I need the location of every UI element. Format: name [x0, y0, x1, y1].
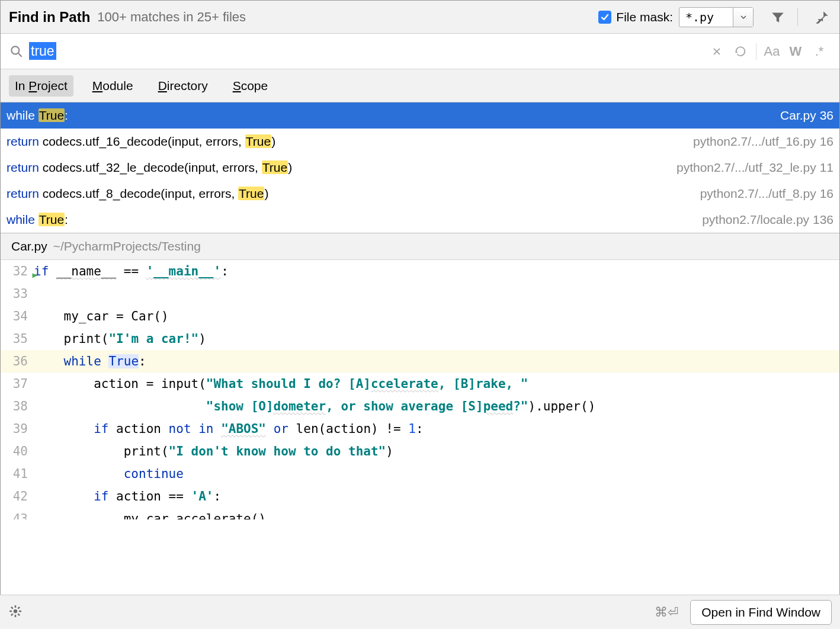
- file-mask-select[interactable]: *.py: [679, 7, 754, 27]
- svg-line-9: [11, 614, 13, 615]
- result-row[interactable]: return codecs.utf_32_le_decode(input, er…: [1, 155, 839, 181]
- history-icon[interactable]: [729, 40, 752, 63]
- file-mask-checkbox[interactable]: [598, 11, 611, 24]
- code-line: 37 action = input("What should I do? [A]…: [1, 373, 839, 395]
- dialog-title: Find in Path: [9, 9, 90, 25]
- code-line: 35 print("I'm a car!"): [1, 328, 839, 350]
- chevron-down-icon[interactable]: [733, 8, 753, 27]
- results-list: while True:Car.py 36return codecs.utf_16…: [1, 102, 839, 233]
- gear-icon[interactable]: [8, 604, 23, 620]
- footer-bar: ⌘⏎ Open in Find Window: [0, 595, 840, 629]
- match-case-toggle[interactable]: Aa: [760, 40, 784, 63]
- code-line: 39 if action not in "ABOS" or len(action…: [1, 418, 839, 440]
- scope-tab-module[interactable]: Module: [86, 75, 139, 97]
- code-line: 40 print("I don't know how to do that"): [1, 440, 839, 463]
- shortcut-hint: ⌘⏎: [655, 605, 678, 620]
- result-row[interactable]: return codecs.utf_16_decode(input, error…: [1, 129, 839, 155]
- result-row[interactable]: while True:Car.py 36: [1, 102, 839, 129]
- result-row[interactable]: while True:python2.7/locale.py 136: [1, 207, 839, 233]
- svg-line-8: [18, 614, 20, 615]
- code-line: 42 if action == 'A':: [1, 485, 839, 508]
- clear-icon[interactable]: [705, 40, 729, 63]
- scope-tab-directory[interactable]: Directory: [152, 75, 214, 97]
- code-line: 32▶if __name__ == '__main__':: [1, 260, 839, 283]
- code-line: 33: [1, 283, 839, 305]
- file-mask-value: *.py: [679, 8, 733, 27]
- svg-line-10: [18, 607, 20, 609]
- code-line: 43 my_car.accelerate(): [1, 508, 839, 519]
- code-line: 36 while True:: [1, 350, 839, 373]
- code-line: 41 continue: [1, 463, 839, 485]
- words-toggle[interactable]: W: [784, 40, 807, 63]
- file-mask-label: File mask:: [616, 10, 673, 24]
- preview-header: Car.py ~/PycharmProjects/Testing: [1, 233, 839, 260]
- search-input[interactable]: true: [24, 41, 705, 62]
- svg-line-1: [18, 53, 21, 56]
- svg-point-0: [11, 46, 19, 54]
- code-line: 38 "show [O]dometer, or show average [S]…: [1, 395, 839, 418]
- regex-toggle[interactable]: .*: [807, 40, 831, 63]
- code-line: 34 my_car = Car(): [1, 305, 839, 328]
- scope-tab-project[interactable]: In Project: [9, 75, 73, 97]
- match-count: 100+ matches in 25+ files: [97, 9, 246, 25]
- preview-path: ~/PycharmProjects/Testing: [53, 239, 201, 253]
- open-in-find-window-button[interactable]: Open in Find Window: [690, 600, 832, 625]
- search-row: true Aa W .*: [1, 34, 839, 69]
- search-icon[interactable]: [9, 44, 24, 59]
- scope-tab-scope[interactable]: Scope: [227, 75, 274, 97]
- svg-point-2: [14, 609, 17, 613]
- svg-line-7: [11, 607, 13, 609]
- code-preview[interactable]: 32▶if __name__ == '__main__':3334 my_car…: [1, 260, 839, 519]
- scope-tabs: In ProjectModuleDirectoryScope: [1, 69, 839, 102]
- preview-file: Car.py: [11, 239, 47, 253]
- result-row[interactable]: return codecs.utf_8_decode(input, errors…: [1, 181, 839, 207]
- header-bar: Find in Path 100+ matches in 25+ files F…: [1, 1, 839, 34]
- filter-icon[interactable]: [769, 8, 787, 26]
- pin-icon[interactable]: [813, 8, 831, 26]
